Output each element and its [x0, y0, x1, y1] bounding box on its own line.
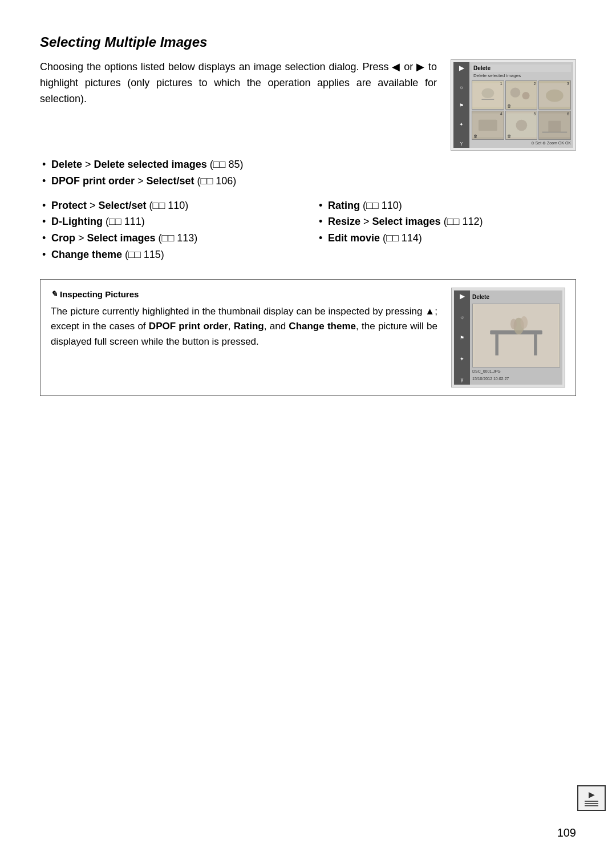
thumb-3: 3: [538, 80, 571, 110]
intro-text: Choosing the options listed below displa…: [40, 59, 437, 151]
cam2-icon-3: ✦: [460, 357, 464, 362]
camera-screen-2: ▶ ☼ ⚑ ✦ γ Delete: [451, 288, 565, 387]
play-icon-2: ▶: [460, 293, 465, 300]
thumb-6: 6: [538, 111, 571, 140]
thumb-2: 2 🗑: [505, 80, 538, 110]
svg-point-1: [481, 88, 494, 98]
svg-point-20: [520, 316, 528, 329]
camera-content-2: Delete DSC_0001.JPG: [470, 290, 562, 385]
screen-info-datetime: 15/10/2012 10:02:27: [472, 376, 560, 382]
bullet-crop: Crop > Select images (□□ 113): [40, 230, 299, 247]
note-title: ✎ Inspecting Pictures: [51, 288, 437, 301]
note-body: The picture currently highlighted in the…: [51, 306, 437, 347]
two-col-bullets: Protect > Select/set (□□ 110) D-Lighting…: [40, 195, 576, 269]
bullet-dpof: DPOF print order > Select/set (□□ 106): [40, 173, 576, 189]
note-text: ✎ Inspecting Pictures The picture curren…: [51, 288, 437, 387]
note-box: ✎ Inspecting Pictures The picture curren…: [40, 279, 576, 396]
svg-point-4: [510, 87, 520, 97]
svg-rect-17: [495, 334, 498, 356]
cam2-icon-2: ⚑: [460, 336, 464, 341]
tab-icon: ▶: [577, 785, 606, 811]
svg-rect-15: [475, 304, 558, 367]
screen-info-filename: DSC_0001.JPG: [472, 369, 560, 375]
tab-line-2: [585, 803, 598, 804]
bullet-label: DPOF print order > Select/set (□□ 106): [51, 175, 236, 187]
page-title: Selecting Multiple Images: [40, 34, 576, 50]
screen-title-1: Delete: [472, 64, 571, 72]
tab-lines: [585, 801, 598, 806]
svg-point-21: [510, 319, 517, 329]
tab-line-3: [585, 805, 598, 806]
large-thumb: [472, 304, 560, 368]
bullet-list-right: Rating (□□ 110) Resize > Select images (…: [317, 197, 576, 247]
camera-icon-2: ⚑: [459, 103, 464, 108]
cam2-icon-1: ☼: [460, 315, 464, 320]
bullet-delete: Delete > Delete selected images (□□ 85): [40, 156, 576, 173]
bullet-resize: Resize > Select images (□□ 112): [317, 213, 576, 230]
thumb-1: 1: [472, 80, 504, 110]
col-right: Rating (□□ 110) Resize > Select images (…: [317, 195, 576, 269]
svg-rect-14: [549, 121, 561, 132]
page-number: 109: [557, 826, 576, 839]
camera-icon-4: γ: [460, 140, 463, 146]
bullet-list: Delete > Delete selected images (□□ 85) …: [40, 156, 576, 189]
bullet-list-left: Protect > Select/set (□□ 110) D-Lighting…: [40, 197, 299, 263]
top-section: Choosing the options listed below displa…: [40, 59, 576, 151]
bullet-edit-movie: Edit movie (□□ 114): [317, 230, 576, 247]
screen-bottom-1: ⊙ Set ⊕ Zoom OK OK: [472, 141, 571, 146]
tab-play-icon: ▶: [589, 790, 595, 800]
thumb-5: 5 🗑: [505, 111, 538, 140]
cam2-icon-4: γ: [461, 377, 464, 382]
camera-icon-3: ✦: [459, 122, 464, 127]
thumbnail-grid: 1 2 🗑: [472, 80, 571, 140]
svg-point-7: [546, 90, 564, 102]
bullet-protect: Protect > Select/set (□□ 110): [40, 197, 299, 214]
page-container: Selecting Multiple Images Choosing the o…: [0, 0, 616, 430]
camera-icon-1: ☼: [459, 85, 464, 90]
thumb-4: 4 🗑: [472, 111, 504, 140]
screen-subtitle-1: Delete selected images: [472, 73, 571, 78]
svg-rect-18: [534, 334, 537, 356]
svg-rect-9: [479, 120, 497, 131]
tab-line-1: [585, 801, 598, 802]
camera-screen-1: ▶ ☼ ⚑ ✦ γ Delete Delete selected images: [451, 59, 576, 151]
svg-point-11: [516, 120, 527, 131]
bullet-dlighting: D-Lighting (□□ 111): [40, 213, 299, 230]
screen-title-2: Delete: [472, 293, 560, 302]
bullet-rating: Rating (□□ 110): [317, 197, 576, 214]
camera-sidebar-2: ▶ ☼ ⚑ ✦ γ: [454, 290, 470, 385]
camera-content-1: Delete Delete selected images 1: [469, 62, 573, 148]
col-left: Protect > Select/set (□□ 110) D-Lighting…: [40, 195, 299, 269]
camera-sidebar-1: ▶ ☼ ⚑ ✦ γ: [453, 62, 469, 148]
bullet-change-theme: Change theme (□□ 115): [40, 247, 299, 263]
bullet-label: Delete > Delete selected images (□□ 85): [51, 159, 243, 170]
note-icon: ✎: [51, 288, 58, 301]
play-icon: ▶: [459, 64, 464, 71]
svg-point-5: [522, 92, 529, 99]
